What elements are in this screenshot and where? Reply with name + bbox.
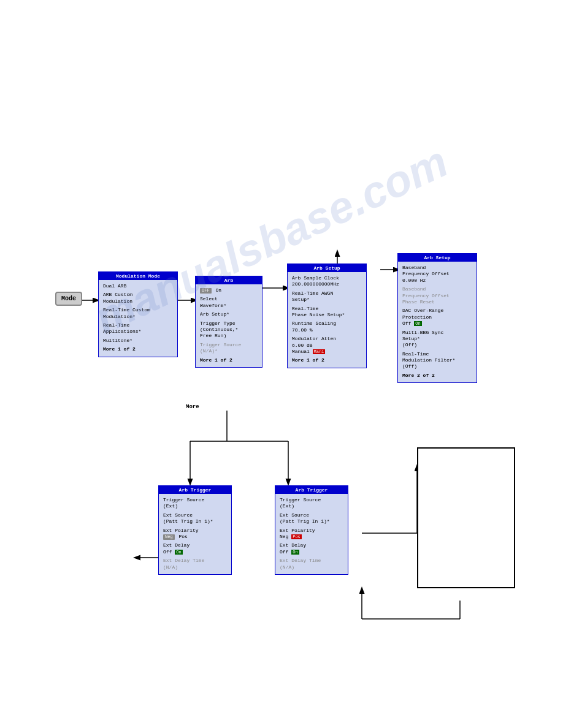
- trig1-delay-time[interactable]: Ext Delay Time(N/A): [161, 556, 229, 572]
- trig2-ext-source[interactable]: Ext Source(Patt Trig In 1)*: [278, 511, 345, 526]
- arb-onoff[interactable]: OFF On: [198, 286, 259, 295]
- modulation-mode-title: Modulation Mode: [99, 272, 177, 280]
- arb-title: Arb: [196, 276, 262, 284]
- arb-trigger-type[interactable]: Trigger Type(Continuous,*Free Run): [198, 319, 259, 341]
- arb-trigger-source[interactable]: Trigger Source(N/A)*: [198, 341, 259, 356]
- arb-setup2-more[interactable]: More 2 of 2: [400, 371, 474, 380]
- menu-item-multitone[interactable]: Multitone*: [101, 336, 175, 345]
- arb-phase-noise[interactable]: Real-TimePhase Noise Setup*: [290, 305, 364, 320]
- trig1-polarity[interactable]: Ext PolarityNeg Pos: [161, 526, 229, 542]
- trig2-delay-time[interactable]: Ext Delay Time(N/A): [278, 556, 345, 572]
- menu-item-more-mod[interactable]: More 1 of 2: [101, 345, 175, 354]
- dac-on-tag: On: [414, 321, 421, 326]
- arb-setup-link[interactable]: Arb Setup*: [198, 310, 259, 319]
- trig1-on-tag: On: [175, 550, 182, 555]
- empty-box: [417, 447, 515, 588]
- arb-off-tag: OFF: [200, 288, 212, 294]
- arb-trigger-1-title: Arb Trigger: [159, 486, 231, 494]
- arb-realtime-filter[interactable]: Real-TimeModulation Filter*(Off): [400, 350, 474, 371]
- menu-item-dual-arb[interactable]: Dual ARB: [101, 282, 175, 290]
- arb-setup-1-box: Arb Setup Arb Sample Clock200.000000000M…: [287, 264, 367, 368]
- trig2-pos-tag: Pos: [291, 534, 302, 539]
- trig1-source[interactable]: Trigger Source(Ext): [161, 496, 229, 511]
- menu-item-arb-custom[interactable]: ARB CustomModulation: [101, 290, 175, 306]
- trig1-neg-tag: Neg: [163, 534, 175, 540]
- more-label: More: [186, 404, 199, 410]
- trig2-source[interactable]: Trigger Source(Ext): [278, 496, 345, 511]
- arb-trigger-1-box: Arb Trigger Trigger Source(Ext) Ext Sour…: [158, 485, 232, 575]
- mode-button[interactable]: Mode: [55, 292, 82, 306]
- atten-highlight: Manl: [313, 349, 326, 354]
- arb-select-waveform[interactable]: SelectWaveform*: [198, 295, 259, 310]
- arb-more[interactable]: More 1 of 2: [198, 356, 259, 365]
- arb-setup1-more[interactable]: More 1 of 2: [290, 356, 364, 365]
- arb-box: Arb OFF On SelectWaveform* Arb Setup* Tr…: [195, 276, 262, 368]
- arrows-svg: [0, 0, 563, 728]
- trig2-delay[interactable]: Ext DelayOff On: [278, 541, 345, 556]
- arb-dac-overrange[interactable]: DAC Over-RangeProtectionOff On: [400, 306, 474, 328]
- arb-trigger-2-title: Arb Trigger: [275, 486, 348, 494]
- arb-setup-2-title: Arb Setup: [398, 254, 477, 262]
- menu-item-realtime-custom[interactable]: Real-Time CustomModulation*: [101, 306, 175, 321]
- trig2-on-tag: On: [291, 550, 299, 555]
- arb-setup-1-title: Arb Setup: [288, 264, 366, 272]
- trig1-delay[interactable]: Ext DelayOff On: [161, 541, 229, 556]
- arb-setup-2-box: Arb Setup BasebandFrequency Offset0.000 …: [397, 253, 477, 383]
- arb-modulator-atten[interactable]: Modulator Atten6.00 dB Manual Manl: [290, 335, 364, 356]
- arb-on-label: On: [215, 287, 221, 293]
- arb-sample-clock[interactable]: Arb Sample Clock200.000000000MHz: [290, 274, 364, 289]
- arb-baseband-freq[interactable]: BasebandFrequency Offset0.000 Hz: [400, 264, 474, 285]
- arb-runtime-scaling[interactable]: Runtime Scaling70.00 %: [290, 319, 364, 335]
- trig1-ext-source[interactable]: Ext Source(Patt Trig In 1)*: [161, 511, 229, 526]
- arb-realtime-awgn[interactable]: Real-Time AWGNSetup*: [290, 289, 364, 305]
- diagram-container: manualsbase.com: [0, 0, 563, 728]
- modulation-mode-box: Modulation Mode Dual ARB ARB CustomModul…: [98, 271, 178, 357]
- arb-trigger-2-box: Arb Trigger Trigger Source(Ext) Ext Sour…: [275, 485, 348, 575]
- arb-multi-bbg[interactable]: Multi-BBG SyncSetup*(Off): [400, 328, 474, 350]
- trig2-polarity[interactable]: Ext PolarityNeg Pos: [278, 526, 345, 542]
- menu-item-realtime-apps[interactable]: Real-TimeApplications*: [101, 321, 175, 336]
- arb-bb-phase-reset[interactable]: BasebandFrequency OffsetPhase Reset: [400, 285, 474, 306]
